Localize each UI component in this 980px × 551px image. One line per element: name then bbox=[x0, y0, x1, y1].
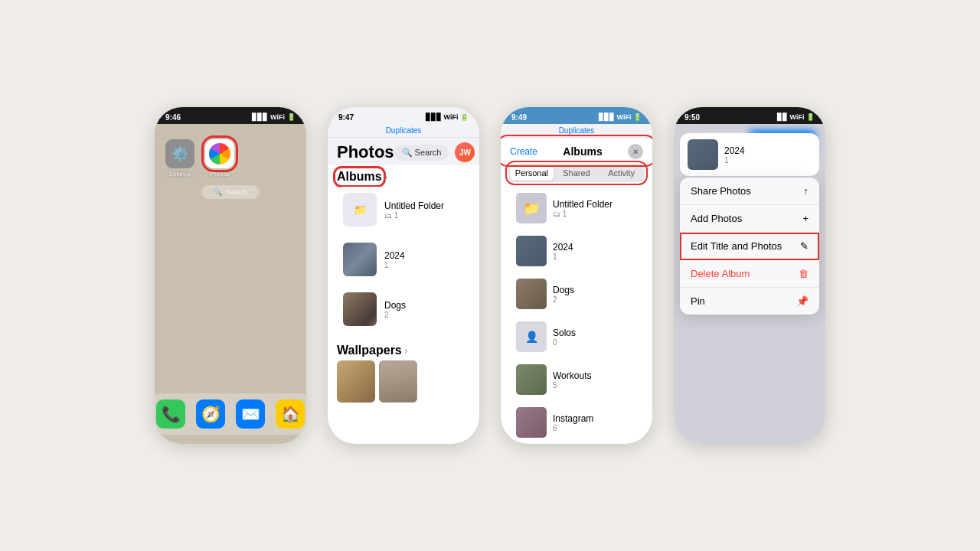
search-icon: 🔍 bbox=[402, 148, 413, 158]
add-icon: + bbox=[802, 213, 808, 224]
album-count: 6 bbox=[553, 424, 637, 432]
blurred-photo-row bbox=[674, 421, 825, 444]
phone-1-homescreen: 9:46 ▊▊▊ WiFi 🔋 ⚙️ Settings Photos 🔍 Sea bbox=[155, 107, 306, 444]
edit-icon: ✎ bbox=[800, 240, 808, 252]
album-count: 🗂 1 bbox=[384, 211, 464, 220]
segment-shared[interactable]: Shared bbox=[555, 165, 599, 181]
settings-app-icon[interactable]: ⚙️ bbox=[165, 139, 194, 168]
context-screen: 2024 1 Share Photos ↑ Add Photos + Edit … bbox=[674, 124, 825, 444]
dock: 📞 🧭 ✉️ 🏠 bbox=[155, 393, 306, 435]
dock-phone[interactable]: 📞 bbox=[156, 399, 185, 429]
wallpaper-thumb-2 bbox=[379, 360, 417, 403]
home-search-pill[interactable]: 🔍 Search bbox=[201, 185, 260, 199]
dock-safari[interactable]: 🧭 bbox=[196, 399, 225, 429]
album-info-instagram: Instagram 6 bbox=[553, 413, 637, 432]
delete-icon: 🗑 bbox=[799, 268, 808, 279]
phone1-status-bar: 9:46 ▊▊▊ WiFi 🔋 bbox=[155, 107, 306, 124]
modal-close-button[interactable]: ✕ bbox=[628, 144, 643, 159]
context-album-card: 2024 1 bbox=[680, 133, 819, 176]
album-name: Instagram bbox=[553, 413, 637, 424]
pin-icon: 📌 bbox=[796, 295, 808, 307]
app-settings[interactable]: ⚙️ Settings bbox=[165, 139, 194, 178]
settings-app-label: Settings bbox=[169, 171, 191, 178]
albums-list: 📁 Untitled Folder 🗂 1 2024 1 Dogs 2 bbox=[328, 187, 479, 336]
album-thumb-2024-3 bbox=[516, 236, 547, 266]
modal-title: Albums bbox=[563, 145, 602, 158]
photos-title: Photos bbox=[337, 142, 394, 162]
album-item-instagram-3[interactable]: Instagram 6 bbox=[508, 403, 645, 442]
album-count: 🗂 1 bbox=[553, 210, 637, 218]
album-name: Untitled Folder bbox=[553, 199, 637, 210]
wallpapers-thumbs bbox=[337, 360, 470, 403]
phone3-time: 9:49 bbox=[511, 113, 527, 122]
album-name: 2024 bbox=[384, 250, 464, 261]
album-thumb-folder: 📁 bbox=[343, 193, 377, 227]
folder-icon: 📁 bbox=[523, 200, 540, 217]
album-thumb-2024 bbox=[343, 243, 377, 276]
wallpapers-title: Wallpapers bbox=[337, 344, 402, 357]
search-label: Search bbox=[225, 188, 247, 196]
header-actions: 🔍 Search JW bbox=[394, 142, 475, 162]
album-item-untitled-3[interactable]: 📁 Untitled Folder 🗂 1 bbox=[508, 188, 645, 228]
app-grid: ⚙️ Settings Photos bbox=[165, 139, 296, 178]
wallpaper-thumb-1 bbox=[337, 360, 375, 403]
ctx-pin[interactable]: Pin 📌 bbox=[680, 288, 819, 315]
ctx-album-name: 2024 bbox=[724, 145, 745, 156]
ctx-album-count: 1 bbox=[724, 156, 745, 165]
ctx-delete-album[interactable]: Delete Album 🗑 bbox=[680, 260, 819, 288]
ctx-share-label: Share Photos bbox=[691, 185, 751, 197]
albums-section-header: Albums › bbox=[328, 165, 479, 187]
ctx-edit-title[interactable]: Edit Title and Photos ✎ bbox=[680, 233, 819, 260]
phone2-time: 9:47 bbox=[338, 113, 354, 122]
album-name: Dogs bbox=[384, 300, 464, 311]
album-thumb-dogs-3 bbox=[516, 279, 547, 309]
user-avatar[interactable]: JW bbox=[455, 142, 475, 162]
album-item-untitled[interactable]: 📁 Untitled Folder 🗂 1 bbox=[335, 187, 472, 233]
solos-icon: 👤 bbox=[525, 331, 538, 343]
albums-chevron-icon: › bbox=[384, 171, 388, 183]
dock-mail[interactable]: ✉️ bbox=[236, 399, 265, 429]
app-photos[interactable]: Photos bbox=[205, 139, 234, 178]
photos-app-icon[interactable] bbox=[205, 139, 234, 168]
album-count: 1 bbox=[384, 261, 464, 269]
album-thumb-workouts bbox=[516, 364, 547, 395]
phone2-status-icons: ▊▊▊ WiFi 🔋 bbox=[426, 113, 469, 121]
album-info-2024-3: 2024 1 bbox=[553, 242, 637, 261]
album-item-2024-3[interactable]: 2024 1 bbox=[508, 231, 645, 271]
share-icon: ↑ bbox=[804, 185, 809, 197]
album-info-2024: 2024 1 bbox=[384, 250, 464, 269]
album-thumb-instagram bbox=[516, 407, 547, 438]
album-list-modal: 📁 Untitled Folder 🗂 1 2024 1 Dogs 2 👤 bbox=[501, 188, 652, 442]
album-count: 5 bbox=[553, 381, 637, 390]
wallpapers-chevron-icon: › bbox=[404, 344, 408, 357]
phone3-status-icons: ▊▊▊ WiFi 🔋 bbox=[599, 113, 642, 121]
search-btn-label: Search bbox=[415, 148, 442, 157]
phone3-status-bar: 9:49 ▊▊▊ WiFi 🔋 bbox=[501, 107, 652, 124]
ctx-share-photos[interactable]: Share Photos ↑ bbox=[680, 178, 819, 205]
albums-section-title: Albums bbox=[337, 170, 382, 184]
phone1-time: 9:46 bbox=[165, 113, 181, 122]
album-name: Solos bbox=[553, 328, 637, 338]
album-item-dogs-3[interactable]: Dogs 2 bbox=[508, 274, 645, 314]
photos-search-button[interactable]: 🔍 Search bbox=[394, 145, 449, 161]
segment-activity[interactable]: Activity bbox=[599, 165, 643, 181]
segment-personal[interactable]: Personal bbox=[510, 165, 554, 181]
album-item-dogs[interactable]: Dogs 2 bbox=[335, 286, 472, 332]
album-info-workouts: Workouts 5 bbox=[553, 370, 637, 390]
album-info-dogs-3: Dogs 2 bbox=[553, 285, 637, 304]
albums-modal-header: Create Albums ✕ bbox=[501, 138, 652, 164]
photos-rainbow-icon bbox=[209, 143, 230, 165]
wallpapers-header: Wallpapers › bbox=[337, 339, 470, 360]
dock-home[interactable]: 🏠 bbox=[276, 399, 305, 429]
create-button[interactable]: Create bbox=[510, 146, 537, 157]
album-name: Untitled Folder bbox=[384, 201, 464, 211]
album-item-workouts-3[interactable]: Workouts 5 bbox=[508, 360, 645, 399]
ctx-add-photos[interactable]: Add Photos + bbox=[680, 205, 819, 233]
album-item-2024[interactable]: 2024 1 bbox=[335, 236, 472, 282]
phone3-duplicates-bar: Duplicates bbox=[501, 124, 652, 138]
album-info-solos: Solos 0 bbox=[553, 328, 637, 347]
album-item-solos-3[interactable]: 👤 Solos 0 bbox=[508, 317, 645, 357]
album-info-3: Untitled Folder 🗂 1 bbox=[553, 199, 637, 218]
phone-2-photos: 9:47 ▊▊▊ WiFi 🔋 Duplicates Photos 🔍 Sear… bbox=[328, 107, 479, 444]
photos-app-label: Photos bbox=[211, 171, 230, 178]
